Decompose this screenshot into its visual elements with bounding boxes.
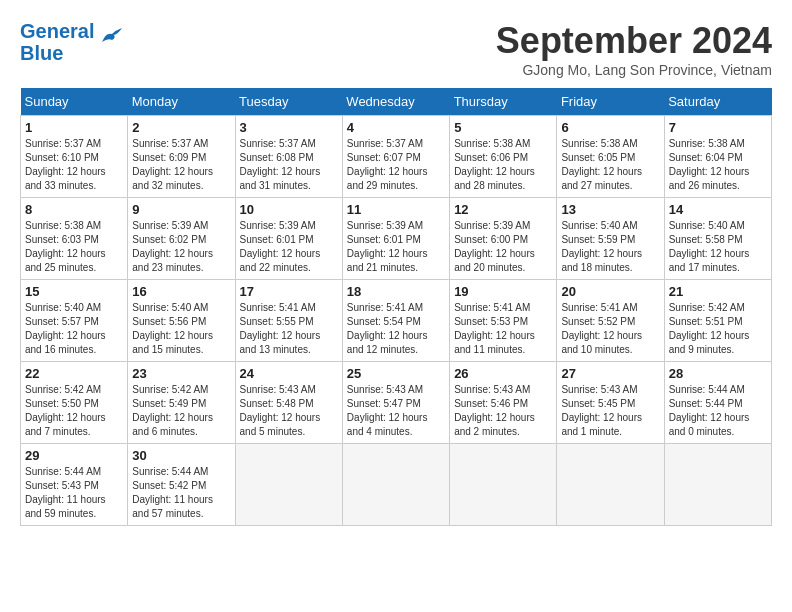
day-info: Sunrise: 5:39 AM Sunset: 6:02 PM Dayligh… xyxy=(132,219,230,275)
day-number: 8 xyxy=(25,202,123,217)
calendar-cell: 5 Sunrise: 5:38 AM Sunset: 6:06 PM Dayli… xyxy=(450,116,557,198)
day-number: 23 xyxy=(132,366,230,381)
calendar-cell: 30 Sunrise: 5:44 AM Sunset: 5:42 PM Dayl… xyxy=(128,444,235,526)
calendar-cell: 29 Sunrise: 5:44 AM Sunset: 5:43 PM Dayl… xyxy=(21,444,128,526)
calendar-cell: 19 Sunrise: 5:41 AM Sunset: 5:53 PM Dayl… xyxy=(450,280,557,362)
day-info: Sunrise: 5:40 AM Sunset: 5:56 PM Dayligh… xyxy=(132,301,230,357)
title-section: September 2024 GJong Mo, Lang Son Provin… xyxy=(496,20,772,78)
day-number: 11 xyxy=(347,202,445,217)
day-info: Sunrise: 5:37 AM Sunset: 6:09 PM Dayligh… xyxy=(132,137,230,193)
calendar-cell: 25 Sunrise: 5:43 AM Sunset: 5:47 PM Dayl… xyxy=(342,362,449,444)
calendar-cell: 27 Sunrise: 5:43 AM Sunset: 5:45 PM Dayl… xyxy=(557,362,664,444)
day-info: Sunrise: 5:44 AM Sunset: 5:42 PM Dayligh… xyxy=(132,465,230,521)
calendar-cell: 10 Sunrise: 5:39 AM Sunset: 6:01 PM Dayl… xyxy=(235,198,342,280)
calendar-cell xyxy=(664,444,771,526)
day-number: 29 xyxy=(25,448,123,463)
header-thursday: Thursday xyxy=(450,88,557,116)
day-info: Sunrise: 5:38 AM Sunset: 6:06 PM Dayligh… xyxy=(454,137,552,193)
calendar-cell: 12 Sunrise: 5:39 AM Sunset: 6:00 PM Dayl… xyxy=(450,198,557,280)
day-number: 1 xyxy=(25,120,123,135)
day-info: Sunrise: 5:43 AM Sunset: 5:47 PM Dayligh… xyxy=(347,383,445,439)
calendar-cell xyxy=(342,444,449,526)
calendar-cell: 17 Sunrise: 5:41 AM Sunset: 5:55 PM Dayl… xyxy=(235,280,342,362)
calendar-cell: 1 Sunrise: 5:37 AM Sunset: 6:10 PM Dayli… xyxy=(21,116,128,198)
day-info: Sunrise: 5:40 AM Sunset: 5:58 PM Dayligh… xyxy=(669,219,767,275)
calendar-table: SundayMondayTuesdayWednesdayThursdayFrid… xyxy=(20,88,772,526)
header-sunday: Sunday xyxy=(21,88,128,116)
calendar-cell: 16 Sunrise: 5:40 AM Sunset: 5:56 PM Dayl… xyxy=(128,280,235,362)
day-info: Sunrise: 5:38 AM Sunset: 6:05 PM Dayligh… xyxy=(561,137,659,193)
calendar-cell: 2 Sunrise: 5:37 AM Sunset: 6:09 PM Dayli… xyxy=(128,116,235,198)
header-tuesday: Tuesday xyxy=(235,88,342,116)
day-number: 4 xyxy=(347,120,445,135)
calendar-week-row: 8 Sunrise: 5:38 AM Sunset: 6:03 PM Dayli… xyxy=(21,198,772,280)
calendar-cell: 18 Sunrise: 5:41 AM Sunset: 5:54 PM Dayl… xyxy=(342,280,449,362)
day-info: Sunrise: 5:43 AM Sunset: 5:48 PM Dayligh… xyxy=(240,383,338,439)
logo: General Blue xyxy=(20,20,126,64)
day-number: 18 xyxy=(347,284,445,299)
calendar-week-row: 15 Sunrise: 5:40 AM Sunset: 5:57 PM Dayl… xyxy=(21,280,772,362)
day-info: Sunrise: 5:41 AM Sunset: 5:55 PM Dayligh… xyxy=(240,301,338,357)
day-number: 14 xyxy=(669,202,767,217)
calendar-cell: 9 Sunrise: 5:39 AM Sunset: 6:02 PM Dayli… xyxy=(128,198,235,280)
header: General Blue September 2024 GJong Mo, La… xyxy=(20,20,772,78)
day-info: Sunrise: 5:39 AM Sunset: 6:01 PM Dayligh… xyxy=(347,219,445,275)
header-saturday: Saturday xyxy=(664,88,771,116)
day-number: 25 xyxy=(347,366,445,381)
location-label: GJong Mo, Lang Son Province, Vietnam xyxy=(496,62,772,78)
header-monday: Monday xyxy=(128,88,235,116)
day-info: Sunrise: 5:38 AM Sunset: 6:04 PM Dayligh… xyxy=(669,137,767,193)
logo-bird-icon xyxy=(98,24,126,50)
logo-blue: Blue xyxy=(20,42,63,64)
day-info: Sunrise: 5:38 AM Sunset: 6:03 PM Dayligh… xyxy=(25,219,123,275)
calendar-cell: 20 Sunrise: 5:41 AM Sunset: 5:52 PM Dayl… xyxy=(557,280,664,362)
calendar-week-row: 29 Sunrise: 5:44 AM Sunset: 5:43 PM Dayl… xyxy=(21,444,772,526)
day-number: 22 xyxy=(25,366,123,381)
day-info: Sunrise: 5:41 AM Sunset: 5:53 PM Dayligh… xyxy=(454,301,552,357)
calendar-cell: 22 Sunrise: 5:42 AM Sunset: 5:50 PM Dayl… xyxy=(21,362,128,444)
day-info: Sunrise: 5:42 AM Sunset: 5:49 PM Dayligh… xyxy=(132,383,230,439)
day-number: 9 xyxy=(132,202,230,217)
day-info: Sunrise: 5:44 AM Sunset: 5:44 PM Dayligh… xyxy=(669,383,767,439)
calendar-cell: 4 Sunrise: 5:37 AM Sunset: 6:07 PM Dayli… xyxy=(342,116,449,198)
calendar-cell: 15 Sunrise: 5:40 AM Sunset: 5:57 PM Dayl… xyxy=(21,280,128,362)
day-number: 16 xyxy=(132,284,230,299)
calendar-cell xyxy=(235,444,342,526)
calendar-cell xyxy=(450,444,557,526)
day-number: 7 xyxy=(669,120,767,135)
calendar-cell: 28 Sunrise: 5:44 AM Sunset: 5:44 PM Dayl… xyxy=(664,362,771,444)
day-info: Sunrise: 5:43 AM Sunset: 5:46 PM Dayligh… xyxy=(454,383,552,439)
calendar-cell: 3 Sunrise: 5:37 AM Sunset: 6:08 PM Dayli… xyxy=(235,116,342,198)
calendar-cell: 6 Sunrise: 5:38 AM Sunset: 6:05 PM Dayli… xyxy=(557,116,664,198)
day-info: Sunrise: 5:39 AM Sunset: 6:01 PM Dayligh… xyxy=(240,219,338,275)
calendar-cell xyxy=(557,444,664,526)
day-number: 19 xyxy=(454,284,552,299)
day-number: 28 xyxy=(669,366,767,381)
day-number: 2 xyxy=(132,120,230,135)
day-info: Sunrise: 5:37 AM Sunset: 6:10 PM Dayligh… xyxy=(25,137,123,193)
day-number: 21 xyxy=(669,284,767,299)
day-number: 6 xyxy=(561,120,659,135)
calendar-cell: 11 Sunrise: 5:39 AM Sunset: 6:01 PM Dayl… xyxy=(342,198,449,280)
day-number: 17 xyxy=(240,284,338,299)
day-info: Sunrise: 5:43 AM Sunset: 5:45 PM Dayligh… xyxy=(561,383,659,439)
day-info: Sunrise: 5:41 AM Sunset: 5:54 PM Dayligh… xyxy=(347,301,445,357)
day-info: Sunrise: 5:42 AM Sunset: 5:51 PM Dayligh… xyxy=(669,301,767,357)
day-info: Sunrise: 5:39 AM Sunset: 6:00 PM Dayligh… xyxy=(454,219,552,275)
month-year-title: September 2024 xyxy=(496,20,772,62)
logo-general: General xyxy=(20,20,94,42)
calendar-week-row: 22 Sunrise: 5:42 AM Sunset: 5:50 PM Dayl… xyxy=(21,362,772,444)
calendar-cell: 21 Sunrise: 5:42 AM Sunset: 5:51 PM Dayl… xyxy=(664,280,771,362)
day-number: 13 xyxy=(561,202,659,217)
header-wednesday: Wednesday xyxy=(342,88,449,116)
day-info: Sunrise: 5:44 AM Sunset: 5:43 PM Dayligh… xyxy=(25,465,123,521)
day-info: Sunrise: 5:41 AM Sunset: 5:52 PM Dayligh… xyxy=(561,301,659,357)
day-info: Sunrise: 5:42 AM Sunset: 5:50 PM Dayligh… xyxy=(25,383,123,439)
calendar-cell: 24 Sunrise: 5:43 AM Sunset: 5:48 PM Dayl… xyxy=(235,362,342,444)
day-number: 10 xyxy=(240,202,338,217)
calendar-week-row: 1 Sunrise: 5:37 AM Sunset: 6:10 PM Dayli… xyxy=(21,116,772,198)
day-number: 3 xyxy=(240,120,338,135)
calendar-cell: 8 Sunrise: 5:38 AM Sunset: 6:03 PM Dayli… xyxy=(21,198,128,280)
day-number: 26 xyxy=(454,366,552,381)
day-info: Sunrise: 5:40 AM Sunset: 5:57 PM Dayligh… xyxy=(25,301,123,357)
